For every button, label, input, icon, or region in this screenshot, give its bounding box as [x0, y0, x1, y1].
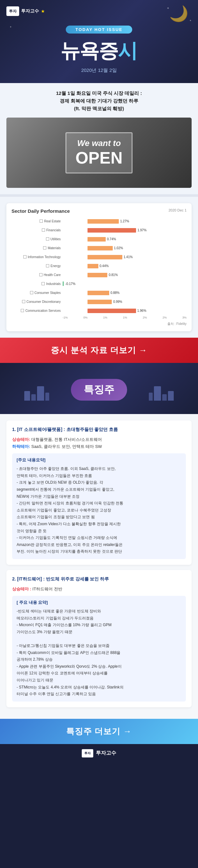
chart-bar-positive: [88, 309, 136, 313]
chart-bar-positive: [88, 219, 119, 224]
chart-checkbox: [39, 273, 42, 276]
summary-box: [주요 내용요약]- 초대형주만 아주 좋았던 흐름. 이외 SaaS, 클라우…: [12, 453, 186, 559]
chart-bar-area: 0.81%: [63, 272, 187, 278]
footer-logo-icon: 투자: [82, 749, 93, 757]
summary-title: [주요 내용요약]: [16, 457, 182, 463]
chart-sector-label: Information Technology: [11, 255, 63, 259]
chart-bar-positive: [88, 291, 109, 295]
cta2-button[interactable]: 특징주 더보기 →: [9, 726, 189, 737]
chart-checkbox: [43, 246, 46, 249]
chart-row: Consumer Staples0.88%: [11, 289, 187, 296]
sign-line1: We want to: [75, 138, 122, 148]
rise-fall: 상승테마: 대형플랫폼, 전통 IT서비스/소프트웨어하락테마: SaaS, 클…: [12, 436, 186, 450]
chart-row: Energy0.44%: [11, 262, 187, 269]
chart-sector-label: Communication Services: [11, 309, 63, 312]
content-section: 1. [IT 소프트웨어/플랫폼] : 초대형주들만 좋았던 흐름상승테마: 대…: [0, 414, 198, 719]
chart-checkbox: [41, 282, 45, 285]
chart-row: Industrials-0.17%: [11, 280, 187, 287]
tokjingju-banner: 특징주: [71, 379, 127, 401]
building-2: [31, 394, 36, 401]
tokjingju-section: 특징주: [0, 363, 198, 414]
section-number-title: 2. [IT하드웨어] : 반도체 위주로 강세를 보인 하루: [12, 576, 186, 582]
chart-row: Information Technology1.41%: [11, 253, 187, 260]
main-title: 뉴욕증 시: [6, 37, 192, 64]
sign-line2: OPEN: [75, 148, 122, 167]
chart-bar-positive: [88, 237, 106, 242]
main-title-line1: 뉴욕증: [60, 37, 118, 64]
chart-checkbox: [22, 300, 25, 303]
footer-section: 투자 투자고수: [0, 744, 198, 763]
city-left: 특징주: [6, 372, 192, 401]
chart-sector-label: Consumer Staples: [11, 291, 63, 294]
logo-text: 투자고수: [21, 8, 39, 14]
building-5: [149, 393, 153, 401]
chart-sector-label: Industrials: [11, 282, 63, 286]
chart-bar-area: 1.96%: [63, 308, 187, 313]
chart-row: Consumer Discretionary0.99%: [11, 298, 187, 305]
chart-bar-area: 1.02%: [63, 245, 187, 251]
chart-date: 2020 Dec 1: [169, 208, 187, 212]
chart-checkbox: [40, 219, 43, 223]
summary-content: - 초대형주만 아주 좋았던 흐름. 이외 SaaS, 클라우드 보안,언택트 …: [16, 465, 182, 555]
summary-box: [ 주요 내용 요약]-반도체 섹터는 대체로 좋은 가운데 반도체 장비와메모…: [12, 596, 186, 702]
chart-checkbox: [21, 309, 24, 312]
chart-title: Sector Daily Performance: [11, 208, 70, 214]
open-sign-board: We want to OPEN: [65, 132, 132, 174]
building-4: [45, 393, 49, 401]
chart-bar-area: 1.27%: [63, 218, 187, 224]
chart-section: Sector Daily Performance 2020 Dec 1 Real…: [0, 197, 198, 338]
chart-bar-area: 0.88%: [63, 290, 187, 296]
chart-sector-label: Materials: [11, 246, 63, 250]
summary-content: -반도체 섹터는 대체로 좋은 가운데 반도체 장비와메모리/스토리지 기업들의…: [16, 608, 182, 698]
today-hot-label: TODAY HOT ISSUE: [66, 26, 132, 34]
chart-bar-area: 1.41%: [63, 254, 187, 260]
building-6: [154, 386, 161, 401]
building-7: [162, 394, 167, 401]
chart-row: Real Estate1.27%: [11, 218, 187, 225]
chart-container: Sector Daily Performance 2020 Dec 1 Real…: [6, 203, 192, 331]
chart-bar-area: 1.97%: [63, 227, 187, 233]
chart-bar-area: 0.99%: [63, 299, 187, 305]
chart-axis: -1%0%1%1%2%2%3%: [11, 316, 187, 319]
chart-sector-label: Energy: [11, 264, 63, 268]
cta2-section[interactable]: 특징주 더보기 →: [0, 719, 198, 744]
building-8: [168, 391, 174, 401]
logo-area: 투자 투자고수 ★: [6, 6, 192, 16]
chart-checkbox: [46, 264, 49, 268]
rise-fall: 상승테마 : IT하드웨어 전반: [12, 586, 186, 593]
chart-row: Communication Services1.96%: [11, 307, 187, 314]
chart-bar-positive: [88, 228, 136, 232]
chart-checkbox: [23, 255, 27, 258]
content-block-1: 1. [IT 소프트웨어/플랫폼] : 초대형주들만 좋았던 흐름상승테마: 대…: [6, 421, 192, 565]
chart-bar-positive: [88, 246, 113, 250]
article-title: 12월 1일 화요일 미국 주식 시장 데일리 : 경제 회복에 대한 기대가 …: [6, 89, 192, 113]
chart-row: Health Care0.81%: [11, 271, 187, 278]
chart-bar-positive: [88, 273, 108, 277]
summary-title: [ 주요 내용 요약]: [16, 600, 182, 606]
star-deco-1: ✦: [167, 6, 169, 10]
main-title-line2: 시: [118, 37, 138, 64]
chart-bar-area: 0.74%: [63, 236, 187, 242]
content-block-2: 2. [IT하드웨어] : 반도체 위주로 강세를 보인 하루상승테마 : IT…: [6, 570, 192, 707]
chart-bar-positive: [88, 255, 122, 259]
building-1: [24, 391, 30, 401]
star-deco-2: ✦: [189, 19, 192, 22]
hot-issue-label-container: TODAY HOT ISSUE: [6, 26, 192, 37]
article-image-bg: We want to OPEN: [6, 118, 192, 188]
logo-icon: 투자: [6, 6, 19, 16]
chart-area: Real Estate1.27%Financials1.97%Utilities…: [11, 218, 187, 314]
footer-logo-text: 투자고수: [96, 750, 116, 756]
cta1-section[interactable]: 증시 분석 자료 더보기 →: [0, 338, 198, 363]
section-number-title: 1. [IT 소프트웨어/플랫폼] : 초대형주들만 좋았던 흐름: [12, 426, 186, 433]
divider-1: [0, 194, 198, 197]
chart-sector-label: Health Care: [11, 273, 63, 277]
chart-bar-area: 0.44%: [63, 263, 187, 269]
chart-checkbox: [46, 237, 49, 241]
article-image: We want to OPEN: [6, 118, 192, 188]
chart-bar-positive: [88, 300, 112, 304]
chart-header: Sector Daily Performance 2020 Dec 1: [11, 208, 187, 214]
date-label: 2020년 12월 2일: [6, 67, 192, 73]
chart-checkbox: [42, 228, 45, 231]
chart-bar-negative: [63, 281, 64, 286]
cta1-button[interactable]: 증시 분석 자료 더보기 →: [9, 345, 189, 356]
